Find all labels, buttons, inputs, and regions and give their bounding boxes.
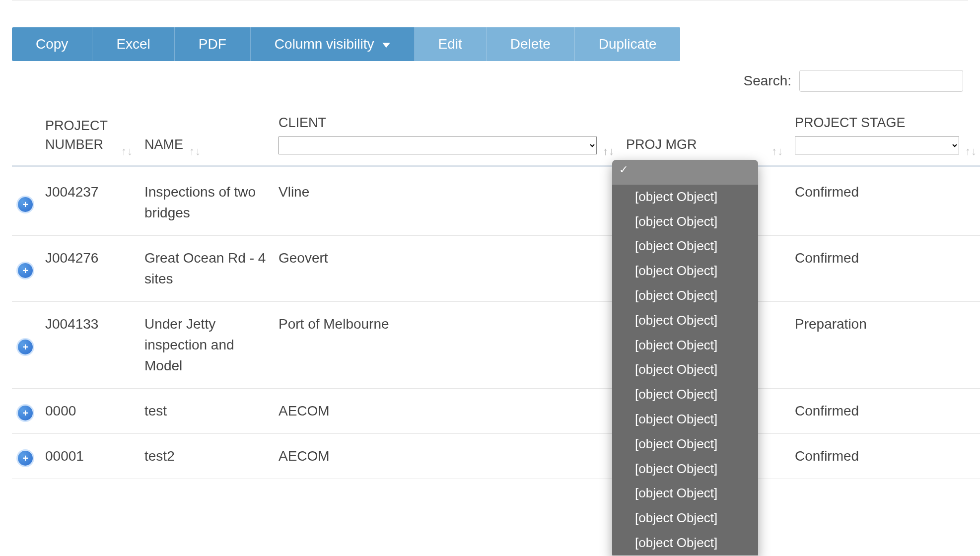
button-label: Edit xyxy=(438,36,462,52)
dropdown-option[interactable]: [object Object] xyxy=(612,283,758,308)
cell-project-stage: Confirmed xyxy=(789,166,980,235)
button-label: Delete xyxy=(510,36,551,52)
button-label: Excel xyxy=(116,36,150,52)
dropdown-option[interactable]: [object Object] xyxy=(612,308,758,333)
cell-name: Great Ocean Rd - 4 sites xyxy=(139,235,273,301)
projects-table: PROJECT NUMBER ↑↓ NAME ↑↓ CLIENT xyxy=(12,109,980,479)
cell-project-stage: Confirmed xyxy=(789,235,980,301)
search-label: Search: xyxy=(744,73,792,89)
dropdown-option[interactable]: [object Object] xyxy=(612,185,758,209)
col-header-expand xyxy=(12,109,39,166)
col-header-label: PROJECT STAGE xyxy=(795,114,959,133)
dropdown-option[interactable]: [object Object] xyxy=(612,407,758,432)
cell-client: AECOM xyxy=(273,433,620,479)
dropdown-option[interactable]: [object Object] xyxy=(612,209,758,234)
cell-client: Vline xyxy=(273,166,620,235)
expand-row-button[interactable]: + xyxy=(18,451,33,466)
expand-row-button[interactable]: + xyxy=(18,340,33,354)
cell-project-stage: Confirmed xyxy=(789,388,980,433)
edit-button: Edit xyxy=(415,27,487,61)
dropdown-option[interactable] xyxy=(612,160,758,185)
col-header-name[interactable]: NAME ↑↓ xyxy=(139,109,273,166)
cell-client: Geovert xyxy=(273,235,620,301)
copy-button[interactable]: Copy xyxy=(12,27,92,61)
excel-button[interactable]: Excel xyxy=(92,27,174,61)
expand-cell: + xyxy=(12,433,39,479)
cell-project-number: 0000 xyxy=(39,388,139,433)
cell-project-number: J004133 xyxy=(39,301,139,388)
cell-client: Port of Melbourne xyxy=(273,301,620,388)
cell-name: test xyxy=(139,388,273,433)
page-container: CopyExcelPDFColumn visibilityEditDeleteD… xyxy=(0,0,980,479)
expand-cell: + xyxy=(12,301,39,388)
project-stage-filter-select[interactable] xyxy=(795,137,959,154)
expand-row-button[interactable]: + xyxy=(18,406,33,420)
button-label: PDF xyxy=(199,36,226,52)
toolbar: CopyExcelPDFColumn visibilityEditDeleteD… xyxy=(12,27,680,61)
colvis-button[interactable]: Column visibility xyxy=(251,27,415,61)
col-header-project-stage[interactable]: PROJECT STAGE ↑↓ xyxy=(789,109,980,166)
col-header-label: PROJECT NUMBER xyxy=(45,117,115,154)
chevron-down-icon xyxy=(382,43,390,48)
button-label: Column visibility xyxy=(275,36,374,52)
cell-project-number: J004237 xyxy=(39,166,139,235)
dup-button: Duplicate xyxy=(575,27,681,61)
cell-project-stage: Confirmed xyxy=(789,433,980,479)
search-input[interactable] xyxy=(799,70,963,92)
table-row[interactable]: +J004133Under Jetty inspection and Model… xyxy=(12,301,980,388)
dropdown-option[interactable]: [object Object] xyxy=(612,259,758,283)
dropdown-option[interactable]: [object Object] xyxy=(612,333,758,358)
button-label: Duplicate xyxy=(599,36,657,52)
cell-name: Under Jetty inspection and Model xyxy=(139,301,273,388)
search-row: Search: xyxy=(12,70,968,92)
cell-client: AECOM xyxy=(273,388,620,433)
table-row[interactable]: +J004237Inspections of two bridgesVlineC… xyxy=(12,166,980,235)
col-header-proj-mgr[interactable]: PROJ MGR ↑↓ xyxy=(620,109,789,166)
cell-name: Inspections of two bridges xyxy=(139,166,273,235)
table-row[interactable]: +0000testAECOMConfirmed xyxy=(12,388,980,433)
cell-project-number: J004276 xyxy=(39,235,139,301)
dropdown-option[interactable]: [object Object] xyxy=(612,234,758,259)
col-header-label: CLIENT xyxy=(279,114,597,133)
col-header-label: NAME xyxy=(144,136,183,154)
dropdown-option[interactable]: [object Object] xyxy=(612,432,758,457)
dropdown-option[interactable]: [object Object] xyxy=(612,357,758,382)
top-divider xyxy=(12,0,968,0)
expand-row-button[interactable]: + xyxy=(18,263,33,278)
dropdown-option[interactable]: [object Object] xyxy=(612,382,758,407)
cell-project-stage: Preparation xyxy=(789,301,980,388)
delete-button: Delete xyxy=(487,27,575,61)
col-header-project-number[interactable]: PROJECT NUMBER ↑↓ xyxy=(39,109,139,166)
cell-project-number: 00001 xyxy=(39,433,139,479)
expand-row-button[interactable]: + xyxy=(18,197,33,212)
button-label: Copy xyxy=(36,36,68,52)
col-header-label: PROJ MGR xyxy=(626,136,766,154)
table-header-row: PROJECT NUMBER ↑↓ NAME ↑↓ CLIENT xyxy=(12,109,980,166)
cell-name: test2 xyxy=(139,433,273,479)
expand-cell: + xyxy=(12,235,39,301)
proj-mgr-filter-dropdown[interactable]: [object Object][object Object][object Ob… xyxy=(612,160,758,479)
dropdown-option[interactable]: [object Object] xyxy=(612,457,758,479)
client-filter-select[interactable] xyxy=(279,137,597,154)
pdf-button[interactable]: PDF xyxy=(175,27,251,61)
table-row[interactable]: +J004276Great Ocean Rd - 4 sitesGeovertC… xyxy=(12,235,980,301)
expand-cell: + xyxy=(12,166,39,235)
expand-cell: + xyxy=(12,388,39,433)
col-header-client[interactable]: CLIENT ↑↓ xyxy=(273,109,620,166)
table-row[interactable]: +00001test2AECOMConfirmed xyxy=(12,433,980,479)
